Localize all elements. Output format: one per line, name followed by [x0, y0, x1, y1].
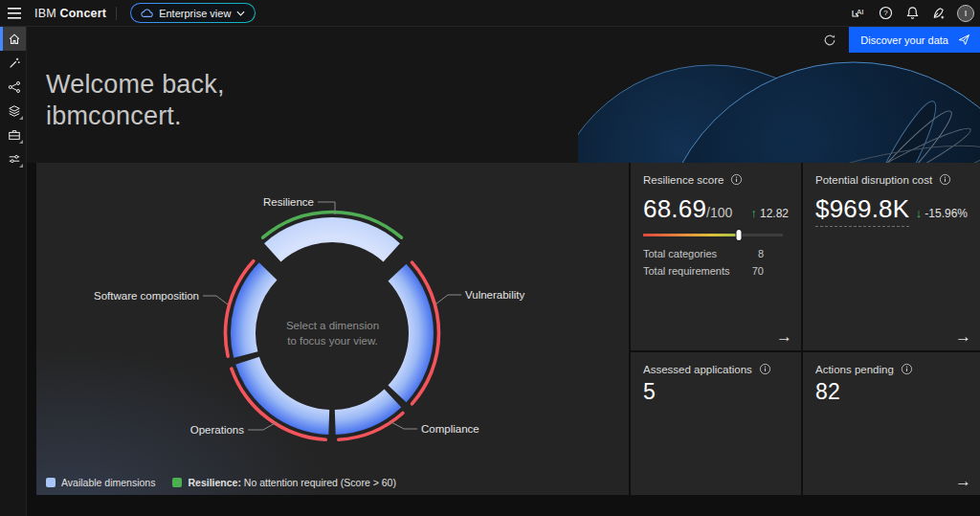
legend-text: Available dimensions: [61, 477, 155, 488]
score-progress-handle: [737, 230, 742, 240]
card-title: Potential disruption cost: [815, 174, 932, 186]
sidebar-item-toolbox[interactable]: [0, 123, 26, 146]
disruption-cost-delta: ↓ -15.96%: [916, 206, 968, 220]
action-bar: Discover your data: [27, 27, 980, 53]
menu-button[interactable]: [0, 0, 29, 26]
body-row: Discover your data: [0, 27, 980, 516]
score-detail-rows: Total categories 8 Total requirements 70: [643, 248, 789, 277]
arrow-up-icon: ↑: [750, 206, 757, 220]
refresh-button[interactable]: [816, 27, 843, 53]
flyout-indicator: [19, 116, 23, 120]
donut-label-vulnerability[interactable]: Vulnerability: [465, 289, 524, 301]
discover-data-label: Discover your data: [860, 34, 948, 46]
donut-segment-operations[interactable]: [235, 357, 329, 435]
arrow-down-icon: ↓: [916, 206, 923, 220]
donut-center-text-2: to focus your view.: [36, 335, 629, 347]
card-title: Resilience score: [643, 174, 724, 186]
donut-label-operations[interactable]: Operations: [190, 424, 244, 436]
disruption-cost-card: Potential disruption cost $969.8K ↓ -15.…: [803, 163, 980, 350]
resilience-score-delta: ↑ 12.82: [750, 206, 789, 220]
ai-assistant-button[interactable]: AI: [846, 1, 871, 26]
home-icon: [8, 33, 21, 46]
actions-pending-value: 82: [815, 379, 840, 405]
legend-swatch-blue: [46, 478, 56, 487]
info-icon[interactable]: [901, 363, 913, 375]
score-progress-track: [643, 234, 783, 236]
decorative-orbs: [578, 53, 980, 163]
content-area: ResilienceVulnerabilityComplianceOperati…: [27, 163, 980, 495]
avatar[interactable]: I: [957, 5, 974, 22]
legend-bold: Resilience:: [188, 477, 240, 488]
main-area: Discover your data: [27, 27, 980, 516]
network-icon: [8, 80, 21, 94]
sidebar-item-resources[interactable]: [0, 99, 26, 123]
welcome-line1: Welcome back,: [46, 70, 225, 99]
resilience-score-card: Resilience score 68.69 /100 ↑ 12.82: [631, 163, 801, 350]
sidebar-item-arrangements[interactable]: [0, 75, 26, 99]
actions-pending-card: Actions pending 82 →: [803, 352, 980, 495]
donut-center-text-1: Select a dimension: [36, 320, 629, 331]
resilience-score-denominator: /100: [706, 205, 732, 220]
side-nav: [0, 27, 27, 516]
disruption-cost-value: $969.8K: [815, 194, 909, 227]
assessed-applications-value: 5: [643, 379, 656, 405]
quill-pen-icon: [931, 6, 947, 20]
sidebar-item-automation[interactable]: [0, 51, 26, 75]
refresh-icon: [823, 34, 836, 47]
disruption-cost-arrow-button[interactable]: →: [955, 328, 971, 345]
donut-segment-compliance[interactable]: [335, 390, 401, 435]
magic-wand-icon: [8, 56, 21, 70]
card-title: Assessed applications: [643, 364, 752, 375]
actions-pending-arrow-button[interactable]: →: [955, 473, 971, 489]
table-row: Total categories 8: [643, 248, 764, 259]
info-icon[interactable]: [759, 363, 771, 375]
brand-product: Concert: [60, 7, 107, 20]
donut-label-compliance[interactable]: Compliance: [421, 423, 479, 435]
kpi-cards: Resilience score 68.69 /100 ↑ 12.82: [631, 163, 980, 495]
header-divider: [116, 7, 117, 20]
resilience-score-value: 68.69: [643, 194, 706, 224]
dimension-donut-panel: ResilienceVulnerabilityComplianceOperati…: [36, 163, 629, 495]
delta-value: 12.82: [760, 207, 789, 220]
chevron-down-icon: [236, 11, 245, 16]
hero-banner: Welcome back,ibmconcert.: [27, 53, 980, 163]
send-icon: [958, 34, 970, 46]
brand: IBM Concert: [34, 7, 106, 20]
ai-governance-button[interactable]: [926, 1, 951, 26]
ai-icon: AI: [851, 7, 866, 20]
sidebar-item-settings[interactable]: [0, 146, 26, 170]
sidebar-item-home[interactable]: [0, 27, 26, 51]
welcome-line2: ibmconcert.: [46, 101, 182, 130]
help-icon: ?: [879, 6, 893, 20]
header-right: AI ?: [846, 1, 980, 26]
discover-data-button[interactable]: Discover your data: [849, 27, 980, 53]
resilience-score-arrow-button[interactable]: →: [776, 328, 792, 345]
notifications-button[interactable]: [900, 1, 924, 26]
hamburger-icon: [8, 8, 21, 19]
view-switcher[interactable]: Enterprise view: [130, 3, 256, 23]
donut-label-software-composition[interactable]: Software composition: [94, 290, 199, 302]
table-row: Total requirements 70: [643, 265, 764, 277]
info-icon[interactable]: [730, 173, 743, 186]
bell-icon: [905, 6, 920, 20]
brand-ibm: IBM: [34, 7, 56, 20]
view-switcher-label: Enterprise view: [159, 8, 231, 19]
flyout-indicator: [19, 164, 23, 168]
legend-item-resilience-status: Resilience: No attention required (Score…: [172, 477, 395, 488]
legend-swatch-green: [172, 478, 182, 487]
header-left: IBM Concert Enterprise view: [0, 0, 256, 26]
assessed-applications-card: Assessed applications 5: [631, 352, 801, 495]
label-connector: [435, 295, 461, 304]
row-value: 8: [758, 248, 764, 259]
avatar-initial: I: [965, 9, 968, 18]
label-connector: [203, 296, 228, 304]
legend-text: No attention required (Score > 60): [241, 477, 396, 488]
svg-text:?: ?: [883, 9, 888, 17]
help-button[interactable]: ?: [873, 1, 898, 26]
donut-label-resilience[interactable]: Resilience: [263, 196, 314, 208]
delta-value: -15.96%: [924, 207, 968, 220]
info-icon[interactable]: [939, 173, 951, 186]
flyout-indicator: [19, 140, 23, 144]
row-value: 70: [752, 265, 764, 277]
top-header: IBM Concert Enterprise view AI: [0, 0, 980, 27]
